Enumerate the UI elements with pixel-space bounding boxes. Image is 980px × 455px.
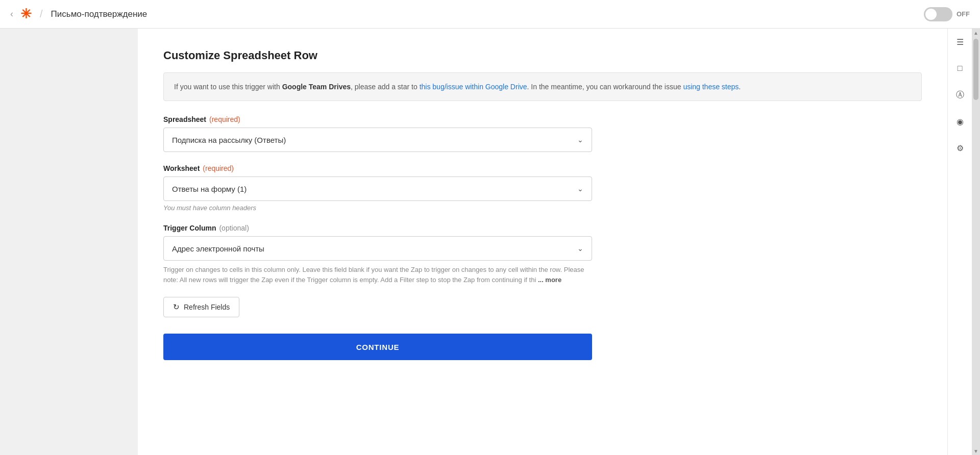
toggle-container: OFF (924, 7, 970, 21)
spreadsheet-label: Spreadsheet (required) (163, 115, 922, 123)
back-arrow[interactable]: ‹ (10, 9, 13, 19)
worksheet-hint: You must have column headers (163, 204, 922, 212)
menu-icon[interactable]: ☰ (952, 34, 968, 50)
worksheet-select[interactable]: Ответы на форму (1) ⌄ (163, 176, 592, 201)
info-link1[interactable]: this bug/issue within Google Drive (420, 83, 527, 91)
info-text-before: If you want to use this trigger with (174, 83, 282, 91)
refresh-fields-label: Refresh Fields (184, 303, 230, 311)
left-sidebar (0, 29, 138, 455)
scrollbar-thumb[interactable] (973, 39, 978, 100)
trigger-column-label: Trigger Column (optional) (163, 224, 922, 232)
refresh-fields-button[interactable]: ↻ Refresh Fields (163, 297, 239, 317)
worksheet-required: (required) (203, 164, 234, 172)
spreadsheet-select[interactable]: Подписка на рассылку (Ответы) ⌄ (163, 128, 592, 152)
trigger-column-value: Адрес электронной почты (172, 244, 264, 253)
trigger-column-field-group: Trigger Column (optional) Адрес электрон… (163, 224, 922, 285)
spreadsheet-chevron-down-icon: ⌄ (577, 136, 583, 144)
info-text-after: . In the meantime, you can workaround th… (527, 83, 683, 91)
info-bold-text: Google Team Drives (282, 83, 351, 91)
trigger-column-description: Trigger on changes to cells in this colu… (163, 265, 592, 285)
trigger-column-label-text: Trigger Column (163, 224, 216, 232)
breadcrumb-divider: / (40, 8, 43, 20)
spreadsheet-field-group: Spreadsheet (required) Подписка на рассы… (163, 115, 922, 152)
zapier-logo-icon: ✳ (20, 6, 32, 22)
spreadsheet-required: (required) (209, 115, 240, 123)
trigger-column-select[interactable]: Адрес электронной почты ⌄ (163, 236, 592, 261)
info-link2[interactable]: using these steps (683, 83, 739, 91)
worksheet-label: Worksheet (required) (163, 164, 922, 172)
layout-icon[interactable]: □ (952, 60, 968, 77)
content-area: Customize Spreadsheet Row If you want to… (138, 29, 947, 455)
trigger-column-optional: (optional) (219, 224, 249, 232)
spreadsheet-label-text: Spreadsheet (163, 115, 206, 123)
worksheet-field-group: Worksheet (required) Ответы на форму (1)… (163, 164, 922, 212)
spreadsheet-value: Подписка на рассылку (Ответы) (172, 136, 286, 144)
scrollbar-down-arrow[interactable]: ▼ (972, 447, 980, 455)
toggle-label: OFF (957, 10, 970, 18)
worksheet-value: Ответы на форму (1) (172, 185, 247, 193)
info-text-middle: , please add a star to (351, 83, 420, 91)
info-box: If you want to use this trigger with Goo… (163, 72, 922, 101)
workflow-toggle[interactable] (924, 7, 952, 21)
app-header: ‹ ✳ / Письмо-подтверждение OFF (0, 0, 980, 29)
info-text-end: . (739, 83, 741, 91)
scrollbar-up-arrow[interactable]: ▲ (972, 29, 980, 37)
more-link[interactable]: ... more (538, 276, 561, 284)
scrollbar[interactable]: ▲ ▼ (972, 29, 980, 455)
trigger-column-chevron-down-icon: ⌄ (577, 244, 583, 252)
worksheet-label-text: Worksheet (163, 164, 200, 172)
main-layout: Customize Spreadsheet Row If you want to… (0, 29, 980, 455)
worksheet-chevron-down-icon: ⌄ (577, 185, 583, 193)
gear-icon[interactable]: ⚙ (952, 140, 968, 156)
workflow-title: Письмо-подтверждение (51, 9, 148, 19)
alert-circle-icon[interactable]: Ⓐ (952, 87, 968, 103)
right-sidebar: ☰ □ Ⓐ ◉ ⚙ (947, 29, 972, 455)
clock-icon[interactable]: ◉ (952, 113, 968, 130)
continue-button[interactable]: CONTINUE (163, 334, 592, 360)
refresh-icon: ↻ (173, 302, 180, 312)
page-title: Customize Spreadsheet Row (163, 49, 922, 62)
header-left: ‹ ✳ / Письмо-подтверждение (10, 6, 147, 22)
